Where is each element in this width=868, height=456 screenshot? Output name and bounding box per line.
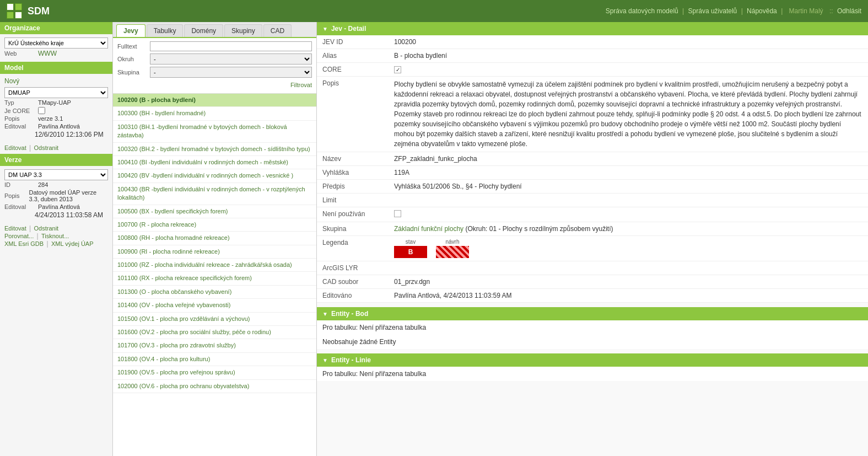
popis-label: Popis: [317, 77, 389, 152]
filter-skupina-label: Skupina: [117, 69, 148, 76]
sidebar: Organizace KrÚ Ústeckého kraje Web WWW M…: [0, 22, 113, 456]
legenda-value: stav B návrh: [389, 236, 868, 261]
legend-navrh-label: návrh: [445, 239, 459, 245]
list-item[interactable]: 101000 (RZ - plocha individuální rekreac…: [113, 259, 316, 272]
list-item[interactable]: 100200 (B - plocha bydlení): [113, 94, 316, 107]
detail-row-nazev: Název ZFP_zakladni_funkc_plocha: [317, 152, 868, 166]
verze-editoval-label: Editoval: [4, 203, 35, 210]
verze-editoval-value: Pavlína Antlová: [38, 203, 80, 210]
editoval-date-val: 12/6/2010 12:13:06 PM: [35, 131, 104, 138]
je-core-label: Je CORE: [4, 108, 35, 114]
popis-value: verze 3.1: [38, 115, 63, 122]
entity-bod-neobsahuje: Neobsahuje žádné Entity: [317, 335, 868, 349]
core-checkbox: [394, 66, 401, 73]
list-item[interactable]: 101400 (OV - plocha veřejné vybavenosti): [113, 299, 316, 312]
list-item[interactable]: 100420 (BV -bydlení individuální v rodin…: [113, 169, 316, 183]
detail-row-predpis: Předpis Vyhláška 501/2006 Sb., §4 - Ploc…: [317, 180, 868, 194]
model-edit-link[interactable]: Editovat: [4, 144, 26, 151]
list-item[interactable]: 100700 (R - plocha rekreace): [113, 218, 316, 232]
tab-cad[interactable]: CAD: [263, 24, 292, 37]
header-left: SDM: [7, 3, 50, 19]
legend-stav-label: stav: [406, 239, 416, 245]
model-new-link[interactable]: Nový: [4, 77, 19, 85]
legend-navrh-box: [436, 246, 469, 258]
filter-fulltext-row: Fulltext: [117, 41, 312, 51]
alias-value: B - plocha bydlení: [389, 49, 868, 63]
filter-okruh-label: Okruh: [117, 56, 148, 62]
tab-domeny[interactable]: Domény: [184, 24, 223, 37]
middle-panel: Jevy Tabulky Domény Skupiny CAD Fulltext…: [113, 22, 317, 456]
list-item[interactable]: 101800 (OV.4 - plocha pro kulturu): [113, 353, 316, 366]
verze-edit-link[interactable]: Editovat: [4, 225, 26, 232]
entity-linie-content: Pro tabulku: Není přiřazena tabulka: [317, 367, 868, 381]
model-select[interactable]: DMUAP: [4, 87, 108, 98]
list-item[interactable]: 101500 (OV.1 - plocha pro vzdělávání a v…: [113, 313, 316, 326]
verze-tisknout-link[interactable]: Tisknout...: [41, 233, 69, 239]
limit-value: [389, 194, 868, 207]
entity-linie-pro-tabulku: Pro tabulku: Není přiřazena tabulka: [317, 367, 868, 381]
tab-jevy[interactable]: Jevy: [116, 24, 145, 37]
verze-xml-esri-link[interactable]: XML Esri GDB: [4, 240, 44, 247]
web-link[interactable]: WWW: [38, 50, 57, 57]
neni-pouzivan-label: Není používán: [317, 207, 389, 222]
tab-bar: Jevy Tabulky Domény Skupiny CAD: [113, 22, 316, 38]
jevy-list: 100200 (B - plocha bydlení)100300 (BH - …: [113, 94, 316, 456]
editoval-date: 12/6/2010 12:13:06 PM: [4, 131, 108, 138]
filter-okruh-select[interactable]: -: [150, 53, 312, 65]
tab-skupiny[interactable]: Skupiny: [224, 24, 262, 37]
list-item[interactable]: 100500 (BX - bydlení specifických forem): [113, 205, 316, 218]
list-item[interactable]: 101100 (RX - plocha rekreace specifickýc…: [113, 272, 316, 285]
list-item[interactable]: 100800 (RH - plocha hromadné rekreace): [113, 232, 316, 245]
verze-select[interactable]: DM UAP 3.3: [4, 169, 108, 180]
entity-linie-section: Entity - Linie Pro tabulku: Není přiřaze…: [317, 353, 868, 381]
list-item[interactable]: 101900 (OV.5 - plocha pro veřejnou správ…: [113, 366, 316, 379]
model-odstranit-link[interactable]: Odstranit: [34, 144, 59, 151]
detail-row-jev-id: JEV ID 100200: [317, 35, 868, 49]
list-item[interactable]: 100310 (BH.1 -bydlení hromadné v bytovýc…: [113, 121, 316, 143]
list-item[interactable]: 101700 (OV.3 - plocha pro zdravotní služ…: [113, 339, 316, 352]
nav-sprava-uzivatelu[interactable]: Správa uživatelů: [688, 7, 737, 15]
skupina-detail-label: Skupina: [317, 222, 389, 236]
nazev-label: Název: [317, 152, 389, 166]
jev-id-label: JEV ID: [317, 35, 389, 49]
nav-napoveda[interactable]: Nápověda: [747, 7, 777, 15]
list-item[interactable]: 100900 (RI - plocha rodinné rekreace): [113, 245, 316, 259]
org-select[interactable]: KrÚ Ústeckého kraje: [4, 37, 108, 49]
je-core-checkbox[interactable]: [38, 107, 45, 114]
verze-porovnat-link[interactable]: Porovnat...: [4, 233, 34, 239]
neni-pouzivan-checkbox: [394, 210, 401, 217]
detail-row-legenda: Legenda stav B návrh: [317, 236, 868, 261]
model-actions: Editovat | Odstranit: [0, 142, 112, 154]
list-item[interactable]: 100300 (BH - bydlení hromadné): [113, 107, 316, 120]
jev-id-value: 100200: [389, 35, 868, 49]
list-item[interactable]: 100320 (BH.2 - bydlení hromadné v bytový…: [113, 143, 316, 156]
filter-okruh-row: Okruh -: [117, 53, 312, 65]
legenda-label: Legenda: [317, 236, 389, 261]
cad-soubor-value: 01_przv.dgn: [389, 275, 868, 289]
detail-row-popis: Popis Plochy bydlení se obvykle samostat…: [317, 77, 868, 152]
app-title: SDM: [28, 6, 50, 17]
nav-sprava-datovych[interactable]: Správa datových modelů: [606, 7, 678, 15]
verze-xml-vydej-link[interactable]: XML výdej ÚAP: [51, 240, 94, 247]
list-item[interactable]: 100430 (BR -bydlení individuální v rodin…: [113, 183, 316, 205]
verze-odstranit-link[interactable]: Odstranit: [34, 225, 59, 232]
list-item[interactable]: 101300 (O - plocha občanského vybavení): [113, 286, 316, 299]
predpis-value: Vyhláška 501/2006 Sb., §4 - Plochy bydle…: [389, 180, 868, 194]
skupina-link[interactable]: Základní funkční plochy: [394, 225, 463, 233]
tab-tabulky[interactable]: Tabulky: [147, 24, 184, 37]
neni-pouzivan-value: [389, 207, 868, 222]
verze-id-value: 284: [38, 181, 48, 188]
skupina-detail-value: Základní funkční plochy (Okruh: 01 - Plo…: [389, 222, 868, 236]
main-layout: Organizace KrÚ Ústeckého kraje Web WWW M…: [0, 22, 868, 456]
list-item[interactable]: 102000 (OV.6 - plocha pro ochranu obyvat…: [113, 380, 316, 393]
list-item[interactable]: 100410 (BI -bydlení individuální v rodin…: [113, 156, 316, 169]
detail-row-editovano: Editováno Pavlína Antlová, 4/24/2013 11:…: [317, 289, 868, 303]
list-item[interactable]: 101600 (OV.2 - plocha pro sociální služb…: [113, 326, 316, 339]
editovano-value: Pavlína Antlová, 4/24/2013 11:03:59 AM: [389, 289, 868, 303]
filter-link-area: Filtrovat: [117, 80, 312, 90]
core-label: CORE: [317, 63, 389, 77]
filter-fulltext-input[interactable]: [150, 41, 312, 51]
filter-skupina-select[interactable]: -: [150, 67, 312, 78]
filtrovat-link[interactable]: Filtrovat: [290, 82, 312, 88]
nav-odhlasit[interactable]: Odhlásit: [837, 7, 861, 15]
